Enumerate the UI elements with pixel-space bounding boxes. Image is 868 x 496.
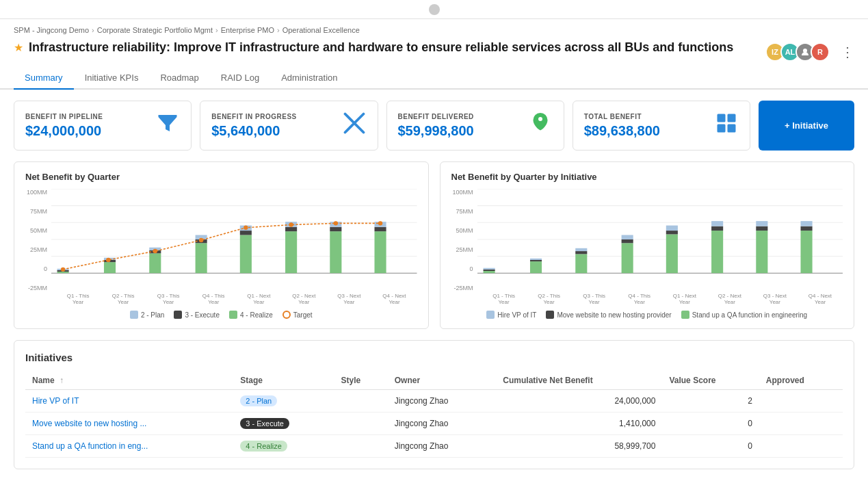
legend-dot-plan [130,311,138,319]
kpi-delivered-label: BENEFIT DELIVERED [398,113,474,120]
more-menu-icon[interactable]: ⋮ [841,44,854,60]
legend-dot-execute [174,311,182,319]
x-label: Q3 - Next Year [758,293,792,305]
th-value-score[interactable]: Value Score [662,371,759,390]
breadcrumb-item-2[interactable]: Corporate Strategic Portfolio Mgmt [97,26,213,34]
breadcrumb-item-1[interactable]: SPM - Jingcong Demo [14,26,89,34]
y-label: -25MM [25,285,47,291]
y-label: 50MM [25,227,47,234]
kpi-progress-value: $5,640,000 [211,123,297,139]
initiative-link-move[interactable]: Move website to new hosting ... [32,419,146,428]
legend-label-move: Move website to new hosting provider [557,311,671,319]
row-stage-3: 4 - Realize [233,435,334,458]
row-name-1[interactable]: Hire VP of IT [25,390,233,413]
row-name-2[interactable]: Move website to new hosting ... [25,413,233,435]
row-cum-benefit-2: 1,410,000 [496,413,662,435]
row-style-2 [334,413,388,435]
legend-label-hire: Hire VP of IT [497,311,536,319]
tab-roadmap[interactable]: Roadmap [149,67,209,90]
kpi-pipeline-label: BENEFIT IN PIPELINE [25,113,103,120]
row-style-1 [334,390,388,413]
x-label: Q2 - This Year [532,293,566,305]
svg-rect-57 [575,251,587,254]
th-stage[interactable]: Stage [233,371,334,390]
y-label: 0 [451,265,473,272]
kpi-delivered-value: $59,998,800 [398,123,474,139]
initiative-link-hire[interactable]: Hire VP of IT [32,396,79,406]
legend-standup: Stand up a QA function in engineering [681,311,807,319]
breadcrumb-item-3[interactable]: Enterprise PMO [221,26,274,34]
svg-rect-58 [575,248,587,251]
right-chart-title: Net Benefit by Quarter by Initiative [451,172,843,182]
table-row: Hire VP of IT 2 - Plan Jingcong Zhao 24,… [25,390,843,413]
th-cum-benefit[interactable]: Cumulative Net Benefit [496,371,662,390]
y-label: 75MM [451,208,473,215]
x-label: Q2 - Next Year [713,293,747,305]
svg-rect-3 [728,114,736,122]
star-icon[interactable]: ★ [14,41,23,54]
x-label: Q4 - Next Year [377,293,411,305]
row-cum-benefit-1: 24,000,000 [496,390,662,413]
y-label: 50MM [451,227,473,234]
svg-rect-31 [330,227,341,231]
y-label: 25MM [25,246,47,253]
legend-hire: Hire VP of IT [486,311,536,319]
page-header: ★ Infrastructure reliability: Improve IT… [0,37,868,62]
avatar-group: IZ AL R [765,42,830,62]
svg-rect-30 [330,231,341,273]
svg-rect-2 [718,114,726,122]
row-name-3[interactable]: Stand up a QA function in eng... [25,435,233,458]
th-approved[interactable]: Approved [759,371,843,390]
row-stage-2: 3 - Execute [233,413,334,435]
svg-point-40 [244,226,248,230]
tab-raid-log[interactable]: RAID Log [210,67,270,90]
avatar-r[interactable]: R [811,42,830,62]
row-owner-1: Jingcong Zhao [388,390,497,413]
svg-rect-50 [483,271,495,273]
tab-administration[interactable]: Administration [270,67,348,90]
content: BENEFIT IN PIPELINE $24,000,000 BENEFIT … [0,90,868,480]
svg-point-36 [61,267,65,272]
svg-rect-72 [800,226,812,231]
kpi-row: BENEFIT IN PIPELINE $24,000,000 BENEFIT … [14,101,854,151]
charts-row: Net Benefit by Quarter 100MM 75MM 50MM 2… [14,161,854,329]
svg-rect-71 [800,231,812,273]
breadcrumb-item-4[interactable]: Operational Excellence [282,26,360,34]
svg-rect-24 [240,235,252,274]
right-chart-svg [477,189,843,291]
row-approved-2 [759,413,843,435]
kpi-pipeline-icon [155,111,180,140]
svg-rect-12 [57,272,69,273]
add-initiative-button[interactable]: + Initiative [759,101,854,151]
initiative-link-standup[interactable]: Stand up a QA function in eng... [32,441,148,451]
legend-dot-move [546,311,554,319]
kpi-pipeline-value: $24,000,000 [25,123,103,139]
initiatives-section: Initiatives Name ↑ Stage Style Owner Cum… [14,340,854,469]
table-header-row: Name ↑ Stage Style Owner Cumulative Net … [25,371,843,390]
y-label: 100MM [451,189,473,196]
kpi-delivered-icon [528,111,553,140]
tab-initiative-kpis[interactable]: Initiative KPIs [74,67,150,90]
row-value-score-2: 0 [662,413,759,435]
row-style-3 [334,435,388,458]
svg-point-37 [106,258,110,262]
th-owner[interactable]: Owner [388,371,497,390]
svg-rect-4 [718,125,726,133]
th-name[interactable]: Name ↑ [25,371,233,390]
row-owner-3: Jingcong Zhao [388,435,497,458]
tab-summary[interactable]: Summary [14,67,74,90]
svg-point-1 [538,117,542,121]
row-approved-1 [759,390,843,413]
svg-rect-33 [374,231,386,273]
kpi-total-label: TOTAL BENEFIT [584,113,660,120]
th-style[interactable]: Style [334,371,388,390]
x-label: Q1 - This Year [487,293,521,305]
x-label: Q3 - This Year [577,293,611,305]
row-approved-3 [759,435,843,458]
x-label: Q4 - Next Year [803,293,837,305]
left-chart-title: Net Benefit by Quarter [25,172,417,182]
y-label: 25MM [451,246,473,253]
kpi-total-icon [714,111,739,140]
chart-net-benefit-initiative: Net Benefit by Quarter by Initiative 100… [440,161,855,329]
kpi-benefit-progress: BENEFIT IN PROGRESS $5,640,000 [200,101,378,151]
